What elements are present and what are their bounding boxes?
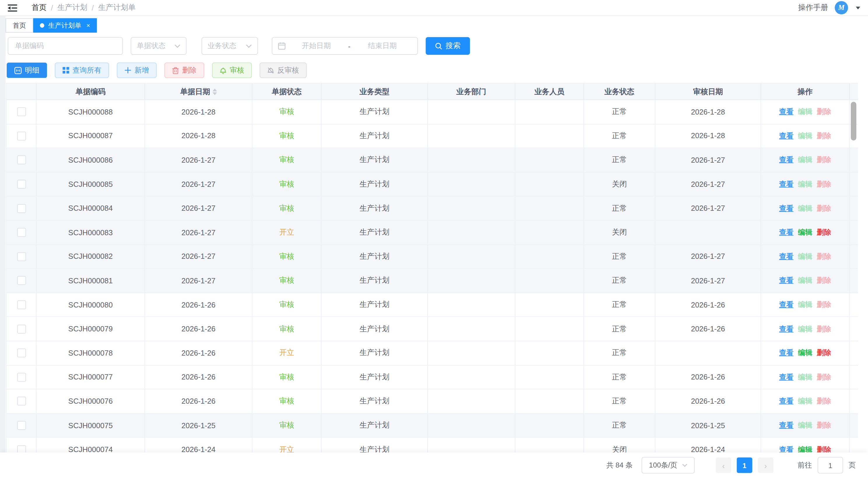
view-link[interactable]: 查看 [779, 276, 793, 286]
edit-link[interactable]: 编辑 [798, 251, 812, 262]
tab-home[interactable]: 首页 [5, 19, 33, 33]
delete-link[interactable]: 删除 [817, 372, 831, 382]
row-checkbox[interactable] [17, 301, 26, 309]
delete-link[interactable]: 删除 [817, 203, 831, 213]
edit-link[interactable]: 编辑 [798, 228, 812, 238]
date-range-picker[interactable]: 开始日期 - 结束日期 [272, 37, 418, 55]
edit-link[interactable]: 编辑 [798, 372, 812, 382]
delete-link[interactable]: 删除 [817, 228, 831, 238]
view-link[interactable]: 查看 [779, 324, 793, 334]
edit-link[interactable]: 编辑 [798, 420, 812, 430]
row-checkbox[interactable] [17, 325, 26, 333]
doc-status-select[interactable]: 单据状态 [131, 37, 187, 55]
breadcrumb-home[interactable]: 首页 [31, 3, 46, 12]
delete-link[interactable]: 删除 [817, 276, 831, 286]
row-checkbox[interactable] [17, 180, 26, 189]
delete-link[interactable]: 删除 [817, 251, 831, 262]
add-button[interactable]: 新增 [117, 62, 157, 78]
goto-page-input[interactable]: 1 [817, 457, 843, 474]
calendar-icon [278, 42, 286, 50]
view-link[interactable]: 查看 [779, 444, 793, 452]
row-checkbox[interactable] [17, 349, 26, 357]
delete-link[interactable]: 删除 [817, 179, 831, 189]
avatar[interactable]: M [835, 1, 848, 14]
sort-carets-icon[interactable] [212, 88, 217, 95]
edit-link[interactable]: 编辑 [798, 155, 812, 165]
edit-link[interactable]: 编辑 [798, 324, 812, 334]
edit-link[interactable]: 编辑 [798, 203, 812, 213]
page-number-button[interactable]: 1 [737, 457, 752, 473]
doc-date-cell: 2026-1-26 [145, 317, 252, 341]
edit-link[interactable]: 编辑 [798, 179, 812, 189]
delete-link[interactable]: 删除 [817, 107, 831, 117]
audit-date-cell: 2026-1-28 [655, 100, 761, 124]
close-icon[interactable]: × [86, 22, 90, 29]
edit-link[interactable]: 编辑 [798, 348, 812, 358]
query-all-button-label: 查询所有 [73, 65, 101, 75]
edit-link[interactable]: 编辑 [798, 107, 812, 117]
column-header-2[interactable]: 单据日期 [145, 83, 252, 100]
row-checkbox[interactable] [17, 131, 26, 140]
query-all-button[interactable]: 查询所有 [55, 62, 109, 78]
chevron-down-icon[interactable] [856, 6, 860, 9]
view-link[interactable]: 查看 [779, 203, 793, 213]
view-link[interactable]: 查看 [779, 228, 793, 238]
end-date-placeholder[interactable]: 结束日期 [352, 41, 412, 51]
row-checkbox[interactable] [17, 445, 26, 452]
row-checkbox[interactable] [17, 228, 26, 237]
view-link[interactable]: 查看 [779, 179, 793, 189]
view-link[interactable]: 查看 [779, 372, 793, 382]
delete-button[interactable]: 删除 [164, 62, 205, 78]
view-link[interactable]: 查看 [779, 300, 793, 310]
row-checkbox[interactable] [17, 252, 26, 261]
delete-link[interactable]: 删除 [817, 397, 831, 406]
start-date-placeholder[interactable]: 开始日期 [287, 41, 346, 51]
view-link[interactable]: 查看 [779, 251, 793, 262]
vertical-scrollbar[interactable] [851, 102, 856, 140]
row-checkbox[interactable] [17, 204, 26, 213]
breadcrumb-level1[interactable]: 生产计划 [58, 3, 87, 12]
detail-button[interactable]: 明细 [7, 62, 47, 78]
next-page-button[interactable]: › [758, 457, 773, 473]
view-link[interactable]: 查看 [779, 348, 793, 358]
search-button[interactable]: 搜索 [426, 37, 470, 55]
edit-link[interactable]: 编辑 [798, 397, 812, 406]
row-checkbox[interactable] [17, 397, 26, 406]
biz-status-cell: 关闭 [584, 220, 655, 244]
view-link[interactable]: 查看 [779, 131, 793, 141]
doc-code-cell: SCJH000084 [36, 197, 145, 220]
edit-link[interactable]: 编辑 [798, 444, 812, 452]
edit-link[interactable]: 编辑 [798, 131, 812, 141]
row-checkbox[interactable] [17, 156, 26, 164]
prev-page-button[interactable]: ‹ [716, 457, 731, 473]
view-link[interactable]: 查看 [779, 107, 793, 117]
manual-link[interactable]: 操作手册 [798, 3, 828, 12]
row-checkbox[interactable] [17, 108, 26, 116]
delete-link[interactable]: 删除 [817, 131, 831, 141]
delete-link[interactable]: 删除 [817, 348, 831, 358]
view-link[interactable]: 查看 [779, 397, 793, 406]
view-link[interactable]: 查看 [779, 420, 793, 430]
delete-link[interactable]: 删除 [817, 155, 831, 165]
row-checkbox[interactable] [17, 276, 26, 285]
page-size-select[interactable]: 100条/页 [642, 457, 695, 474]
doc-code-input[interactable]: 单据编码 [8, 37, 123, 55]
view-link[interactable]: 查看 [779, 155, 793, 165]
tab-production-plan-label: 生产计划单 [48, 21, 82, 30]
biz-status-select[interactable]: 业务状态 [202, 37, 258, 55]
unaudit-button[interactable]: 反审核 [259, 62, 307, 78]
audit-button[interactable]: 审核 [212, 62, 252, 78]
header-checkbox-cell [7, 83, 36, 100]
delete-link[interactable]: 删除 [817, 444, 831, 452]
delete-link[interactable]: 删除 [817, 300, 831, 310]
row-checkbox[interactable] [17, 373, 26, 381]
edit-link[interactable]: 编辑 [798, 276, 812, 286]
delete-link[interactable]: 删除 [817, 324, 831, 334]
sidebar-fold-icon[interactable] [8, 4, 17, 11]
biz-person-cell [516, 341, 584, 365]
edit-link[interactable]: 编辑 [798, 300, 812, 310]
tab-production-plan[interactable]: 生产计划单 × [33, 19, 97, 33]
column-header-4: 业务类型 [322, 83, 428, 100]
delete-link[interactable]: 删除 [817, 420, 831, 430]
row-checkbox[interactable] [17, 421, 26, 430]
